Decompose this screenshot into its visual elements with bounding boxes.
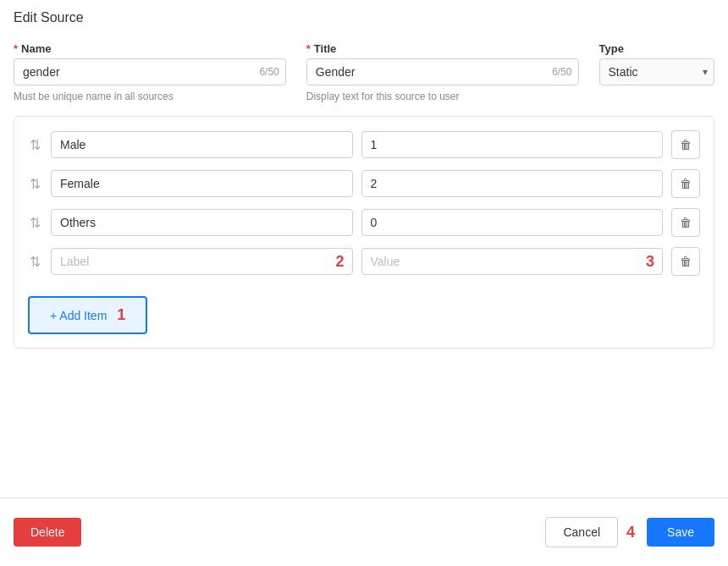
table-row: ⇅ 🗑 — [28, 130, 700, 159]
title-label: * Title — [306, 42, 579, 55]
add-item-wrapper: + Add Item 1 — [28, 286, 147, 334]
name-label: * Name — [14, 42, 286, 55]
new-item-value-input[interactable] — [361, 248, 664, 275]
delete-item-button[interactable]: 🗑 — [671, 247, 700, 276]
drag-handle-icon[interactable]: ⇅ — [28, 176, 42, 192]
name-input-wrapper: 6/50 — [14, 58, 286, 85]
form-section: * Name 6/50 Must be unique name in all s… — [0, 34, 728, 102]
footer-actions: Cancel 4 Save — [545, 517, 714, 547]
type-label: Type — [599, 42, 715, 55]
page-title: Edit Source — [0, 0, 728, 34]
add-item-button[interactable]: + Add Item 1 — [28, 296, 147, 334]
footer: Delete Cancel 4 Save — [0, 498, 728, 566]
item-value-input[interactable] — [361, 209, 664, 236]
trash-icon: 🗑 — [680, 255, 692, 268]
item-label-input[interactable] — [51, 170, 353, 197]
type-field-group: Type Static Dynamic ▾ — [599, 42, 715, 85]
title-field-group: * Title 6/50 Display text for this sourc… — [306, 42, 579, 102]
delete-item-button[interactable]: 🗑 — [671, 130, 700, 159]
save-badge: 4 — [626, 524, 635, 541]
drag-handle-icon[interactable]: ⇅ — [28, 254, 42, 270]
delete-item-button[interactable]: 🗑 — [671, 208, 700, 237]
table-row: ⇅ 🗑 — [28, 208, 700, 237]
trash-icon: 🗑 — [680, 216, 692, 229]
name-hint: Must be unique name in all sources — [14, 91, 286, 102]
name-input[interactable] — [14, 58, 286, 85]
title-input-wrapper: 6/50 — [306, 58, 579, 85]
add-item-label: + Add Item — [50, 309, 107, 322]
save-button[interactable]: Save — [647, 518, 714, 547]
trash-icon: 🗑 — [680, 177, 692, 190]
table-row: ⇅ 🗑 — [28, 169, 700, 198]
new-item-row: ⇅ 2 3 🗑 — [28, 247, 700, 276]
item-label-input[interactable] — [51, 209, 353, 236]
delete-item-button[interactable]: 🗑 — [671, 169, 700, 198]
name-field-group: * Name 6/50 Must be unique name in all s… — [14, 42, 286, 102]
new-item-label-input[interactable] — [51, 248, 353, 275]
name-counter: 6/50 — [259, 66, 279, 78]
delete-button[interactable]: Delete — [14, 518, 81, 547]
title-counter: 6/50 — [552, 66, 571, 78]
title-input[interactable] — [306, 58, 579, 85]
items-container: ⇅ 🗑 ⇅ 🗑 ⇅ 🗑 ⇅ 2 3 🗑 — [14, 116, 714, 349]
add-item-badge: 1 — [117, 306, 125, 324]
type-select[interactable]: Static Dynamic — [599, 58, 715, 85]
item-label-input[interactable] — [51, 131, 353, 158]
item-value-input[interactable] — [361, 170, 664, 197]
drag-handle-icon[interactable]: ⇅ — [28, 215, 42, 231]
drag-handle-icon[interactable]: ⇅ — [28, 137, 42, 153]
form-row-main: * Name 6/50 Must be unique name in all s… — [14, 42, 714, 102]
name-required-star: * — [14, 42, 18, 55]
item-value-input[interactable] — [361, 131, 664, 158]
trash-icon: 🗑 — [680, 138, 692, 151]
title-hint: Display text for this source to user — [306, 91, 579, 102]
type-select-wrapper: Static Dynamic ▾ — [599, 58, 715, 85]
cancel-button[interactable]: Cancel — [545, 517, 618, 547]
title-required-star: * — [306, 42, 311, 55]
